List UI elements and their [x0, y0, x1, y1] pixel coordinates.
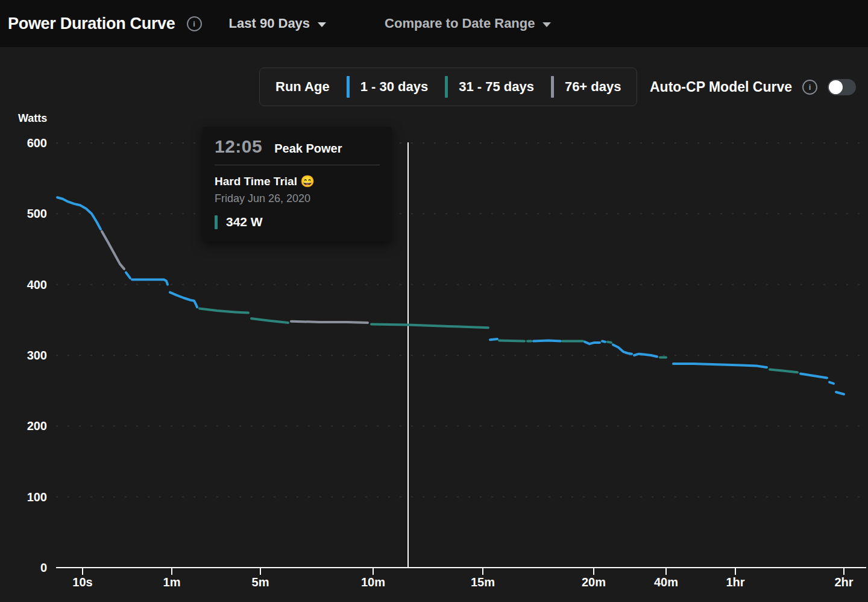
curve-segment-1-30-days: [490, 339, 497, 340]
legend-item-label: 1 - 30 days: [360, 79, 429, 95]
run-age-legend: Run Age 1 - 30 days 31 - 75 days 76+ day…: [259, 68, 637, 106]
y-tick-label: 400: [27, 278, 47, 291]
legend-color-bar-gray: [551, 76, 554, 98]
curve-segment-1-30-days: [634, 354, 657, 357]
curve-segment-76+-days: [291, 322, 368, 323]
y-tick-label: 300: [27, 349, 47, 362]
tooltip-metric-label: Peak Power: [274, 142, 342, 156]
tooltip-activity-date: Friday Jun 26, 2020: [215, 192, 380, 205]
compare-dropdown[interactable]: Compare to Date Range: [385, 16, 551, 31]
tooltip-duration: 12:05: [215, 136, 262, 157]
tooltip-value-row: 342 W: [215, 215, 380, 229]
date-range-dropdown[interactable]: Last 90 Days: [229, 16, 327, 31]
title-info-icon[interactable]: i: [187, 16, 202, 31]
x-tick-label: 2hr: [834, 575, 853, 589]
curve-segment-31-75-days: [770, 370, 797, 373]
chevron-down-icon: [542, 22, 551, 27]
curve-segment-1-30-days: [673, 364, 767, 367]
tooltip-power-value: 342 W: [226, 215, 263, 229]
legend-item-31-75-days: 31 - 75 days: [445, 76, 534, 98]
y-tick-label: 0: [40, 561, 47, 574]
auto-cp-info-icon[interactable]: i: [802, 80, 817, 95]
tooltip-marker: [215, 215, 218, 229]
y-tick-label: 500: [27, 207, 47, 220]
legend-item-label: 31 - 75 days: [459, 79, 534, 95]
y-axis-title: Watts: [18, 112, 47, 125]
legend-item-1-30-days: 1 - 30 days: [347, 76, 429, 98]
curve-segment-1-30-days: [829, 382, 834, 384]
y-tick-label: 100: [27, 490, 47, 504]
y-tick-label: 200: [27, 419, 47, 432]
curve-segment-1-30-days: [613, 344, 632, 353]
curve-segment-1-30-days: [836, 392, 844, 394]
curve-segment-31-75-days: [608, 342, 611, 343]
curve-segment-31-75-days: [251, 318, 288, 323]
x-tick-label: 10s: [72, 575, 92, 589]
legend-item-label: 76+ days: [565, 79, 621, 95]
curve-segment-1-30-days: [585, 342, 600, 344]
x-tick-label: 1m: [163, 575, 181, 589]
auto-cp-toggle-knob: [829, 80, 843, 94]
x-tick-label: 1hr: [726, 575, 744, 589]
x-tick-label: 20m: [582, 575, 606, 589]
curve-segment-76+-days: [102, 232, 124, 269]
y-tick-label: 600: [27, 136, 47, 150]
curve-segment-1-30-days: [602, 341, 605, 342]
x-tick-label: 15m: [471, 575, 495, 589]
tooltip-divider: [215, 165, 380, 165]
curve-segment-1-30-days: [170, 293, 197, 308]
peak-power-tooltip: 12:05 Peak Power Hard Time Trial 😄 Frida…: [203, 127, 392, 241]
legend-color-bar-teal: [445, 76, 448, 98]
curve-segment-1-30-days: [533, 340, 561, 341]
page-title: Power Duration Curve: [8, 14, 175, 33]
curve-segment-31-75-days: [371, 324, 488, 328]
curve-segment-1-30-days: [126, 273, 130, 278]
curve-segment-31-75-days: [200, 309, 248, 313]
date-range-dropdown-label: Last 90 Days: [229, 16, 310, 31]
tooltip-header: 12:05 Peak Power: [215, 136, 380, 157]
x-tick-label: 5m: [252, 575, 269, 589]
x-tick-label: 40m: [654, 575, 678, 589]
curve-segment-1-30-days: [800, 374, 827, 378]
x-tick-label: 10m: [361, 575, 385, 589]
tooltip-activity-name: Hard Time Trial 😄: [215, 174, 380, 188]
legend-title: Run Age: [275, 79, 330, 95]
chevron-down-icon: [318, 22, 326, 27]
legend-color-bar-blue: [347, 76, 350, 98]
header-bar: Power Duration Curve i Last 90 Days Comp…: [0, 0, 868, 47]
curve-segment-31-75-days: [499, 340, 524, 341]
legend-item-76-plus-days: 76+ days: [551, 76, 621, 98]
auto-cp-label: Auto-CP Model Curve: [650, 79, 792, 95]
compare-dropdown-label: Compare to Date Range: [385, 16, 535, 31]
auto-cp-control: Auto-CP Model Curve i: [650, 68, 856, 106]
curve-segment-1-30-days: [132, 280, 168, 285]
auto-cp-toggle[interactable]: [828, 79, 856, 95]
